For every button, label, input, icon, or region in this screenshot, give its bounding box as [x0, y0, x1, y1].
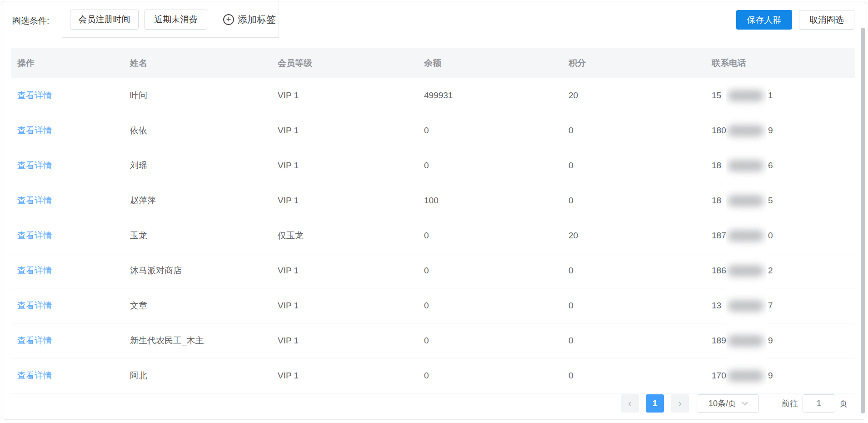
member-balance: 0	[418, 336, 563, 346]
filter-group: 会员注册时间 近期未消费 + 添加标签	[62, 1, 279, 38]
phone-prefix: 18	[712, 161, 721, 171]
member-points: 20	[563, 231, 706, 241]
member-points: 0	[563, 336, 706, 346]
view-details-link[interactable]: 查看详情	[17, 336, 52, 345]
member-phone: 15 1	[706, 78, 855, 113]
member-points: 0	[563, 161, 706, 171]
phone-suffix: 9	[768, 371, 773, 381]
filter-conditions-label: 圈选条件:	[12, 15, 49, 27]
table-header: 操作 姓名 会员等级 余额 积分 联系电话	[11, 48, 855, 78]
member-balance: 0	[418, 161, 563, 171]
filter-recent-no-purchase-button[interactable]: 近期未消费	[145, 10, 207, 30]
member-phone: 18 6	[706, 148, 855, 183]
member-name: 阿北	[124, 370, 272, 382]
member-points: 0	[563, 301, 706, 311]
table-row: 查看详情 文章 VIP 1 0 0 13 7	[11, 288, 855, 323]
member-points: 0	[563, 126, 706, 136]
phone-prefix: 180	[712, 126, 726, 136]
member-phone: 186 2	[706, 253, 855, 288]
member-balance: 0	[418, 371, 563, 381]
add-tag-label: 添加标签	[238, 13, 276, 26]
member-level: VIP 1	[272, 91, 418, 101]
page-number-button-active[interactable]: 1	[646, 394, 664, 413]
save-crowd-button[interactable]: 保存人群	[736, 10, 792, 30]
table-body: 查看详情 叶问 VIP 1 499931 20 15 1 查看详情 依依 VIP…	[11, 78, 855, 393]
column-header-name: 姓名	[124, 57, 272, 69]
table-row: 查看详情 叶问 VIP 1 499931 20 15 1	[11, 78, 855, 113]
prev-page-button[interactable]: ‹	[621, 394, 639, 413]
member-balance: 0	[418, 301, 563, 311]
top-actions: 保存人群 取消圈选	[736, 10, 854, 30]
phone-suffix: 9	[768, 336, 773, 346]
next-page-button[interactable]: ›	[671, 394, 689, 413]
view-details-link[interactable]: 查看详情	[17, 196, 52, 205]
member-name: 新生代农民工_木主	[124, 335, 272, 347]
filter-registration-time-button[interactable]: 会员注册时间	[70, 10, 139, 30]
view-details-link[interactable]: 查看详情	[17, 231, 52, 240]
member-phone: 187 0	[706, 218, 855, 253]
view-details-link[interactable]: 查看详情	[17, 126, 52, 135]
view-details-link[interactable]: 查看详情	[17, 91, 52, 100]
member-name: 叶问	[124, 90, 272, 101]
member-level: VIP 1	[272, 196, 418, 206]
table-row: 查看详情 沐马派对商店 VIP 1 0 0 186 2	[11, 253, 855, 288]
member-name: 刘瑶	[124, 160, 272, 171]
vertical-scrollbar-thumb[interactable]	[861, 28, 865, 413]
view-details-link[interactable]: 查看详情	[17, 371, 52, 380]
table-row: 查看详情 新生代农民工_木主 VIP 1 0 0 189 9	[11, 323, 855, 358]
table-row: 查看详情 玉龙 仅玉龙 0 20 187 0	[11, 218, 855, 253]
column-header-points: 积分	[563, 57, 706, 69]
phone-suffix: 1	[768, 91, 773, 101]
phone-suffix: 2	[768, 266, 773, 276]
member-name: 依依	[124, 125, 272, 136]
member-phone: 18 5	[706, 183, 855, 218]
view-details-link[interactable]: 查看详情	[17, 266, 52, 275]
phone-prefix: 189	[712, 336, 726, 346]
phone-prefix: 18	[712, 196, 721, 206]
phone-suffix: 7	[768, 301, 773, 311]
page-size-value: 10条/页	[708, 398, 736, 409]
page-size-select[interactable]: 10条/页	[697, 394, 759, 413]
phone-prefix: 170	[712, 371, 726, 381]
column-header-action: 操作	[11, 57, 124, 69]
goto-page-label: 前往	[782, 398, 798, 409]
phone-prefix: 186	[712, 266, 726, 276]
phone-prefix: 13	[712, 301, 721, 311]
member-level: VIP 1	[272, 371, 418, 381]
member-points: 0	[563, 196, 706, 206]
member-selection-panel: 圈选条件: 会员注册时间 近期未消费 + 添加标签 保存人群 取消圈选 操作 姓…	[1, 1, 867, 420]
view-details-link[interactable]: 查看详情	[17, 301, 52, 310]
column-header-balance: 余额	[418, 57, 563, 69]
goto-page-input[interactable]	[803, 394, 835, 413]
members-table: 操作 姓名 会员等级 余额 积分 联系电话 查看详情 叶问 VIP 1 4999…	[11, 48, 855, 393]
member-level: VIP 1	[272, 266, 418, 276]
phone-suffix: 9	[768, 126, 773, 136]
member-phone: 180 9	[706, 113, 855, 148]
member-balance: 0	[418, 126, 563, 136]
member-points: 0	[563, 371, 706, 381]
table-row: 查看详情 刘瑶 VIP 1 0 0 18 6	[11, 148, 855, 183]
member-balance: 0	[418, 231, 563, 241]
member-level: 仅玉龙	[272, 230, 418, 242]
member-balance: 0	[418, 266, 563, 276]
phone-suffix: 0	[768, 231, 773, 241]
pagination: ‹ 1 › 10条/页 前往 页	[621, 394, 848, 413]
chevron-down-icon	[742, 399, 748, 405]
member-level: VIP 1	[272, 126, 418, 136]
page-unit-label: 页	[839, 398, 848, 409]
column-header-level: 会员等级	[272, 57, 418, 69]
table-row: 查看详情 依依 VIP 1 0 0 180 9	[11, 113, 855, 148]
view-details-link[interactable]: 查看详情	[17, 161, 52, 170]
add-tag-button[interactable]: + 添加标签	[223, 10, 276, 30]
member-phone: 170 9	[706, 358, 855, 393]
table-row: 查看详情 阿北 VIP 1 0 0 170 9	[11, 358, 855, 393]
column-header-phone: 联系电话	[706, 57, 855, 69]
member-level: VIP 1	[272, 301, 418, 311]
member-name: 文章	[124, 300, 272, 312]
member-level: VIP 1	[272, 161, 418, 171]
member-points: 0	[563, 266, 706, 276]
plus-circle-icon: +	[223, 14, 234, 25]
phone-prefix: 187	[712, 231, 726, 241]
cancel-selection-button[interactable]: 取消圈选	[799, 10, 854, 30]
member-balance: 100	[418, 196, 563, 206]
